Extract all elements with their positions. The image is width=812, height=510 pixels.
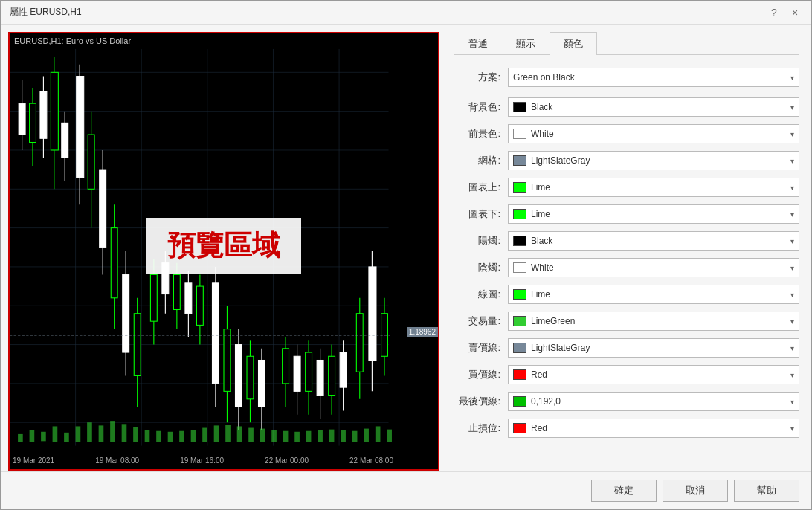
select-bear_candle[interactable]: White ▾	[508, 258, 799, 277]
preview-overlay: 預覽區域	[146, 218, 301, 274]
svg-rect-99	[294, 432, 300, 442]
svg-rect-103	[341, 430, 346, 442]
svg-rect-94	[237, 426, 242, 442]
svg-rect-18	[30, 103, 36, 142]
swatch-bid_line	[513, 369, 526, 380]
label-stop_loss: 止損位:	[454, 422, 508, 435]
svg-rect-98	[283, 431, 289, 442]
svg-rect-26	[77, 77, 84, 178]
svg-rect-90	[191, 430, 196, 442]
svg-rect-70	[356, 314, 363, 372]
color-name-stop_loss: Red	[531, 423, 787, 433]
scheme-dropdown[interactable]: Green on Black ▾	[508, 68, 799, 87]
help-btn[interactable]: 幫助	[734, 480, 799, 502]
dropdown-arrow-foreground: ▾	[790, 130, 794, 138]
color-row-bear_candle: 陰燭: White ▾	[454, 257, 799, 278]
time-label: 22 Mar 00:00	[265, 456, 309, 465]
svg-rect-34	[123, 274, 129, 352]
svg-rect-48	[212, 283, 219, 384]
color-row-ask_line: 賣價線: LightSlateGray ▾	[454, 338, 799, 358]
svg-rect-32	[111, 228, 117, 298]
dropdown-arrow-stop_loss: ▾	[790, 425, 794, 433]
select-bull_candle[interactable]: Black ▾	[508, 231, 799, 251]
tab-display[interactable]: 顯示	[502, 32, 550, 55]
main-content: EURUSD,H1: Euro vs US Dollar	[1, 25, 811, 471]
svg-rect-104	[352, 431, 358, 442]
color-name-background: Black	[531, 102, 787, 112]
color-name-bid_line: Red	[531, 369, 787, 380]
tab-color[interactable]: 顏色	[550, 32, 597, 55]
svg-rect-58	[283, 349, 289, 384]
time-label: 19 Mar 2021	[13, 456, 54, 465]
color-row-stop_loss: 止損位: Red ▾	[454, 418, 799, 439]
color-rows: 背景色: Black ▾ 前景色: White ▾ 網格: LightSlate…	[454, 97, 799, 439]
svg-rect-97	[271, 430, 277, 442]
svg-rect-81	[87, 422, 92, 442]
swatch-bull_candle	[513, 236, 526, 246]
label-bid_line: 買價線:	[454, 368, 508, 381]
select-line_chart[interactable]: Lime ▾	[508, 285, 799, 304]
svg-rect-80	[76, 426, 81, 442]
label-last_price: 最後價線:	[454, 395, 508, 408]
scheme-dropdown-arrow: ▾	[790, 74, 794, 82]
select-ask_line[interactable]: LightSlateGray ▾	[508, 338, 799, 358]
swatch-foreground	[513, 129, 526, 139]
dropdown-arrow-volume: ▾	[790, 317, 794, 326]
select-chart_up[interactable]: Lime ▾	[508, 178, 799, 197]
svg-rect-84	[122, 424, 127, 442]
time-labels: 19 Mar 202119 Mar 08:0019 Mar 16:0022 Ma…	[13, 456, 393, 465]
svg-rect-85	[133, 427, 138, 442]
color-name-line_chart: Lime	[531, 289, 787, 300]
svg-rect-87	[156, 431, 161, 442]
svg-rect-78	[53, 426, 58, 442]
color-row-chart_up: 圖表上: Lime ▾	[454, 177, 799, 198]
time-label: 22 Mar 08:00	[349, 456, 393, 465]
dropdown-arrow-ask_line: ▾	[790, 344, 794, 352]
select-background[interactable]: Black ▾	[508, 97, 799, 117]
svg-rect-54	[247, 356, 254, 399]
color-settings: 方案: Green on Black ▾ 背景色: Black ▾ 前景色: W…	[454, 67, 799, 464]
chart-symbol-label: EURUSD,H1: Euro vs US Dollar	[14, 36, 131, 45]
scheme-value: Green on Black	[513, 72, 787, 83]
svg-rect-72	[369, 267, 376, 361]
swatch-grid	[513, 155, 526, 166]
svg-rect-107	[387, 430, 392, 442]
select-last_price[interactable]: 0,192,0 ▾	[508, 392, 799, 411]
dropdown-arrow-bear_candle: ▾	[790, 264, 794, 272]
tab-general[interactable]: 普通	[454, 32, 502, 55]
cancel-button[interactable]: 取消	[663, 480, 728, 502]
dropdown-arrow-bull_candle: ▾	[790, 237, 794, 245]
dialog: 屬性 EURUSD,H1 ? × EURUSD,H1: Euro vs US D…	[0, 0, 812, 510]
svg-rect-42	[173, 274, 180, 309]
swatch-stop_loss	[513, 423, 526, 433]
color-row-bid_line: 買價線: Red ▾	[454, 364, 799, 385]
dropdown-arrow-line_chart: ▾	[790, 291, 794, 299]
current-price-badge: 1.18962	[407, 327, 438, 337]
confirm-button[interactable]: 確定	[591, 480, 657, 502]
svg-rect-38	[150, 274, 157, 321]
svg-rect-102	[329, 430, 335, 442]
svg-rect-52	[236, 345, 242, 407]
svg-rect-82	[99, 425, 104, 442]
time-label: 19 Mar 16:00	[180, 456, 224, 465]
dropdown-arrow-background: ▾	[790, 103, 794, 112]
select-stop_loss[interactable]: Red ▾	[508, 419, 799, 438]
swatch-volume	[513, 316, 526, 326]
color-row-line_chart: 線圖: Lime ▾	[454, 284, 799, 305]
select-volume[interactable]: LimeGreen ▾	[508, 312, 799, 331]
select-bid_line[interactable]: Red ▾	[508, 365, 799, 384]
label-ask_line: 賣價線:	[454, 341, 508, 355]
svg-rect-24	[62, 123, 68, 158]
select-grid[interactable]: LightSlateGray ▾	[508, 151, 799, 170]
help-button[interactable]: ?	[767, 7, 782, 19]
select-chart_down[interactable]: Lime ▾	[508, 204, 799, 224]
color-name-chart_up: Lime	[531, 182, 787, 193]
svg-rect-105	[364, 429, 369, 442]
label-bear_candle: 陰燭:	[454, 261, 508, 274]
close-button[interactable]: ×	[787, 7, 802, 19]
label-chart_down: 圖表下:	[454, 207, 508, 221]
label-line_chart: 線圖:	[454, 288, 508, 301]
select-foreground[interactable]: White ▾	[508, 124, 799, 143]
svg-rect-60	[294, 356, 300, 391]
label-bull_candle: 陽燭:	[454, 234, 508, 248]
